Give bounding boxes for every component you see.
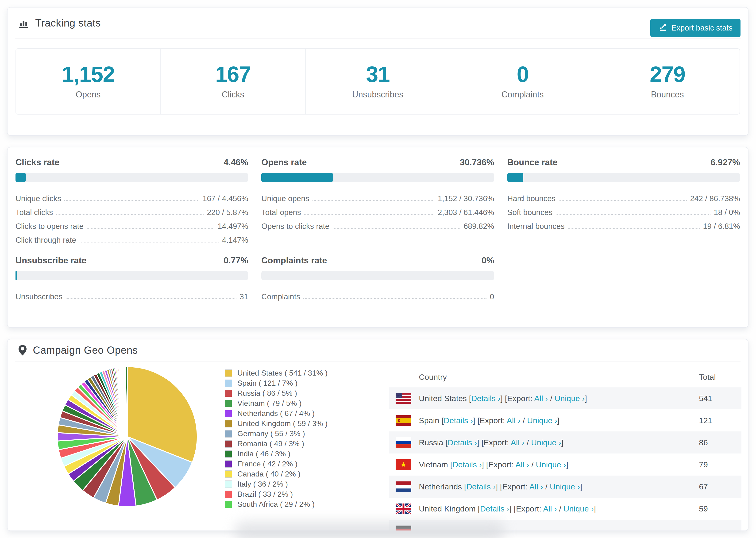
legend-swatch xyxy=(225,390,232,397)
summary-stat-label: Bounces xyxy=(651,90,684,99)
legend-label: Brazil ( 33 / 2% ) xyxy=(237,490,293,499)
column-header-country: Country xyxy=(419,372,447,382)
export-basic-stats-button[interactable]: Export basic stats xyxy=(650,19,740,37)
rate-section-unsubscribe-rate: Unsubscribe rate0.77%Unsubscribes31 xyxy=(16,254,248,301)
dotted-leader xyxy=(80,242,219,242)
legend-item-canada: Canada ( 40 / 2% ) xyxy=(225,469,328,479)
legend-item-south-africa: South Africa ( 29 / 2% ) xyxy=(225,499,328,510)
summary-stat-value: 31 xyxy=(366,63,390,85)
stat-row: Soft bounces18 / 0% xyxy=(507,203,740,217)
legend-swatch xyxy=(225,380,232,387)
export-all-link[interactable]: All › xyxy=(543,504,557,513)
campaign-geo-opens-card: Campaign Geo Opens United States ( 541 /… xyxy=(7,339,748,531)
legend-label: India ( 46 / 3% ) xyxy=(237,450,291,458)
stat-row-label: Unsubscribes xyxy=(16,292,63,301)
export-unique-link[interactable]: Unique › xyxy=(527,416,557,425)
export-all-link[interactable]: All › xyxy=(515,460,529,469)
export-all-link[interactable]: All › xyxy=(507,416,520,425)
legend-label: Germany ( 55 / 3% ) xyxy=(237,429,305,438)
export-all-link[interactable]: All › xyxy=(529,482,543,491)
rate-title: Opens rate xyxy=(261,156,307,169)
stat-row-value: 0 xyxy=(490,292,494,301)
flag-nl-icon xyxy=(396,481,411,492)
stat-row: Internal bounces19 / 6.81% xyxy=(507,217,740,231)
details-link[interactable]: Details › xyxy=(453,460,482,469)
rate-section-complaints-rate: Complaints rate0%Complaints0 xyxy=(261,254,494,301)
rate-stat-rows: Unique opens1,152 / 30.736%Total opens2,… xyxy=(261,189,494,231)
column-header-total: Total xyxy=(699,372,716,382)
legend-label: Netherlands ( 67 / 4% ) xyxy=(237,409,315,418)
progress-fill xyxy=(507,173,523,182)
dotted-leader xyxy=(568,228,700,229)
geo-table-row-united-kingdom: United Kingdom [Details ›] [Export: All … xyxy=(389,498,741,520)
rates-card: Clicks rate4.46%Unique clicks167 / 4.456… xyxy=(7,147,748,328)
legend-item-italy: Italy ( 36 / 2% ) xyxy=(225,479,328,489)
export-unique-link[interactable]: Unique › xyxy=(536,460,566,469)
summary-stat-clicks: 167Clicks xyxy=(161,49,306,114)
legend-label: Vietnam ( 79 / 5% ) xyxy=(237,399,301,408)
details-link[interactable]: Details › xyxy=(444,416,473,425)
total-cell: 541 xyxy=(699,394,712,403)
export-unique-link[interactable]: Unique › xyxy=(550,482,580,491)
stat-row: Clicks to opens rate14.497% xyxy=(16,217,248,231)
stat-row-value: 18 / 0% xyxy=(714,208,740,217)
rate-header: Bounce rate6.927% xyxy=(507,156,740,169)
rate-section-clicks-rate: Clicks rate4.46%Unique clicks167 / 4.456… xyxy=(16,156,248,244)
legend-item-united-kingdom: United Kingdom ( 59 / 3% ) xyxy=(225,418,328,429)
stat-row: Total opens2,303 / 61.446% xyxy=(261,203,494,217)
legend-item-russia: Russia ( 86 / 5% ) xyxy=(225,388,328,398)
stat-row-value: 242 / 86.738% xyxy=(690,194,740,203)
stat-row-value: 14.497% xyxy=(218,222,248,231)
stat-row: Unique clicks167 / 4.456% xyxy=(16,189,248,203)
stat-row-value: 19 / 6.81% xyxy=(703,222,740,231)
geo-pie-chart xyxy=(55,365,199,509)
map-pin-icon xyxy=(18,345,27,356)
details-link[interactable]: Details › xyxy=(471,394,501,403)
export-button-label: Export basic stats xyxy=(672,24,732,32)
rate-title: Bounce rate xyxy=(507,156,558,169)
rate-stat-rows: Hard bounces242 / 86.738%Soft bounces18 … xyxy=(507,189,740,231)
stat-row-label: Internal bounces xyxy=(507,222,565,231)
dotted-leader xyxy=(333,228,460,229)
legend-swatch xyxy=(225,450,232,458)
stat-row-value: 689.82% xyxy=(463,222,494,231)
summary-stat-value: 1,152 xyxy=(62,63,115,85)
summary-stat-value: 0 xyxy=(517,63,528,85)
export-all-link[interactable]: All › xyxy=(534,394,548,403)
legend-item-netherlands: Netherlands ( 67 / 4% ) xyxy=(225,408,328,418)
export-unique-link[interactable]: Unique › xyxy=(531,438,561,447)
dotted-leader xyxy=(304,214,434,215)
legend-label: South Africa ( 29 / 2% ) xyxy=(237,500,315,509)
rate-header: Complaints rate0% xyxy=(261,254,494,267)
stat-row-label: Hard bounces xyxy=(507,194,556,203)
tracking-stats-page: { "tracking_stats": { "title": "Tracking… xyxy=(0,0,756,538)
rate-value: 6.927% xyxy=(711,156,740,169)
legend-swatch xyxy=(225,501,232,508)
total-cell: 59 xyxy=(699,504,708,513)
country-cell: Russia [Details ›] [Export: All › / Uniq… xyxy=(419,438,564,447)
export-all-link[interactable]: All › xyxy=(511,438,524,447)
dotted-leader xyxy=(303,298,486,299)
export-unique-link[interactable]: Unique › xyxy=(564,504,594,513)
tracking-stats-header: Tracking stats Export basic stats xyxy=(8,8,748,38)
progress-fill xyxy=(261,173,333,182)
summary-stat-label: Unsubscribes xyxy=(352,90,404,99)
total-cell: 67 xyxy=(699,482,708,491)
legend-swatch xyxy=(225,369,232,377)
details-link[interactable]: Details › xyxy=(448,438,477,447)
geo-body: United States ( 541 / 31% )Spain ( 121 /… xyxy=(8,361,748,531)
stat-row: Hard bounces242 / 86.738% xyxy=(507,189,740,203)
total-cell: 79 xyxy=(699,460,708,469)
legend-label: United Kingdom ( 59 / 3% ) xyxy=(237,419,328,428)
blurred-footer-area xyxy=(235,521,505,538)
legend-swatch xyxy=(225,480,232,488)
legend-item-germany: Germany ( 55 / 3% ) xyxy=(225,429,328,439)
legend-label: Romania ( 49 / 3% ) xyxy=(237,439,304,448)
details-link[interactable]: Details › xyxy=(466,482,496,491)
details-link[interactable]: Details › xyxy=(480,504,510,513)
progress-bar xyxy=(16,271,248,280)
stat-row-value: 1,152 / 30.736% xyxy=(438,194,494,203)
total-cell: 86 xyxy=(699,438,708,447)
stat-row-value: 31 xyxy=(240,292,248,301)
export-unique-link[interactable]: Unique › xyxy=(555,394,585,403)
